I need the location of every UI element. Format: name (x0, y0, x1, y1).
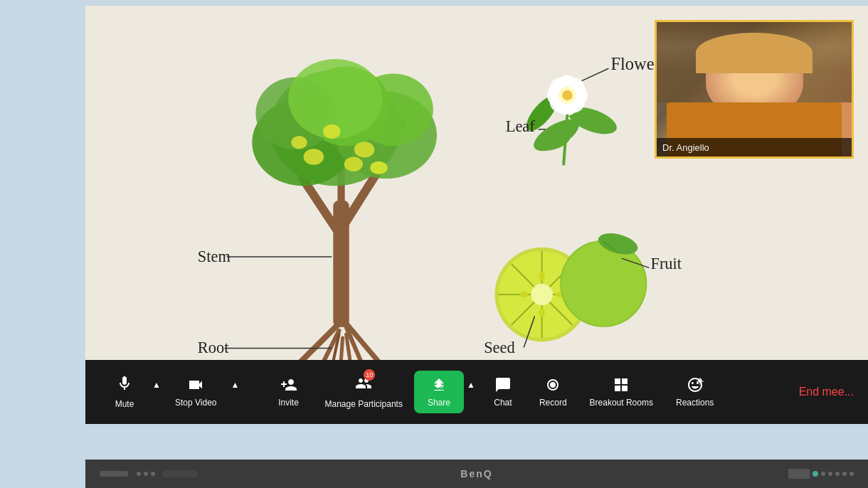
participant-name: Dr. Angiello (662, 142, 709, 153)
invite-button[interactable]: Invite (264, 371, 314, 413)
mute-chevron-button[interactable]: ▲ (149, 380, 164, 390)
invite-icon (280, 376, 297, 393)
video-chevron-button[interactable]: ▲ (228, 380, 243, 390)
svg-text:Stem: Stem (198, 248, 231, 265)
reactions-icon (687, 376, 704, 393)
bezel-dot-3 (151, 472, 155, 476)
svg-text:Root: Root (198, 339, 229, 356)
mic-icon (116, 375, 133, 392)
reactions-button[interactable]: Reactions (665, 371, 725, 413)
svg-point-58 (539, 272, 545, 280)
manage-participants-label: Manage Participants (325, 399, 403, 409)
video-chevron-icon: ▲ (231, 380, 240, 390)
svg-point-33 (344, 157, 363, 171)
svg-text:Seed: Seed (484, 339, 515, 356)
svg-line-48 (582, 68, 609, 80)
svg-point-75 (550, 382, 556, 388)
svg-point-59 (539, 308, 545, 317)
share-label: Share (428, 398, 450, 408)
svg-point-32 (323, 124, 340, 139)
stop-video-button[interactable]: Stop Video (164, 371, 228, 413)
breakout-icon (613, 376, 630, 393)
chat-label: Chat (494, 398, 512, 408)
monitor-bezel: BenQ (85, 460, 868, 488)
video-icon (187, 376, 204, 393)
end-meeting-button[interactable]: End mee... (799, 386, 854, 398)
screen: Flower Leaf (85, 6, 868, 424)
mute-button[interactable]: Mute (100, 369, 149, 415)
record-icon (544, 376, 561, 393)
share-chevron-button[interactable]: ▲ (464, 380, 478, 390)
breakout-rooms-label: Breakout Rooms (590, 398, 653, 408)
bezel-dot-2 (144, 472, 148, 476)
share-icon (430, 376, 448, 393)
end-meeting-area: End mee... (785, 360, 868, 424)
bezel-led (813, 471, 818, 477)
mute-group: Mute ▲ (100, 369, 164, 415)
bezel-controls-left (100, 470, 198, 477)
svg-text:Fruit: Fruit (650, 255, 682, 272)
bezel-speaker (162, 470, 198, 477)
bezel-dot-8 (850, 472, 854, 476)
share-button[interactable]: Share (414, 371, 464, 413)
chat-icon (494, 376, 512, 393)
record-button[interactable]: Record (528, 371, 578, 413)
bezel-dot-4 (821, 472, 825, 476)
svg-point-34 (370, 161, 387, 174)
svg-point-44 (562, 90, 572, 100)
svg-text:Flower: Flower (610, 54, 660, 73)
stop-video-group: Stop Video ▲ (164, 371, 243, 413)
svg-point-31 (354, 142, 375, 157)
bezel-port (100, 471, 128, 477)
bezel-dot-5 (828, 472, 832, 476)
benq-brand: BenQ (460, 468, 492, 479)
mute-label: Mute (115, 399, 134, 409)
breakout-rooms-button[interactable]: Breakout Rooms (578, 371, 665, 413)
manage-participants-button[interactable]: 10 Manage Participants (314, 369, 414, 415)
record-label: Record (539, 398, 567, 408)
zoom-toolbar: Mute ▲ Stop Video ▲ (85, 360, 868, 424)
share-chevron-icon: ▲ (467, 380, 475, 390)
svg-point-35 (291, 136, 307, 149)
svg-point-30 (304, 149, 324, 164)
bezel-dot-6 (835, 472, 840, 476)
monitor: Flower Leaf (85, 6, 868, 488)
svg-text:Leaf: Leaf (506, 117, 536, 135)
bezel-control-1[interactable] (788, 469, 810, 479)
reactions-label: Reactions (676, 398, 714, 408)
svg-point-57 (531, 284, 553, 306)
invite-label: Invite (278, 398, 299, 408)
participant-video: Dr. Angiello (655, 20, 854, 159)
bezel-dot-1 (137, 472, 141, 476)
mute-chevron-icon: ▲ (152, 380, 161, 390)
bezel-dot-7 (842, 472, 847, 476)
bezel-controls-right (788, 469, 854, 479)
participants-badge: 10 (364, 369, 375, 381)
stop-video-label: Stop Video (175, 398, 217, 408)
svg-point-60 (519, 292, 528, 297)
chat-button[interactable]: Chat (478, 371, 528, 413)
svg-point-63 (561, 242, 645, 326)
